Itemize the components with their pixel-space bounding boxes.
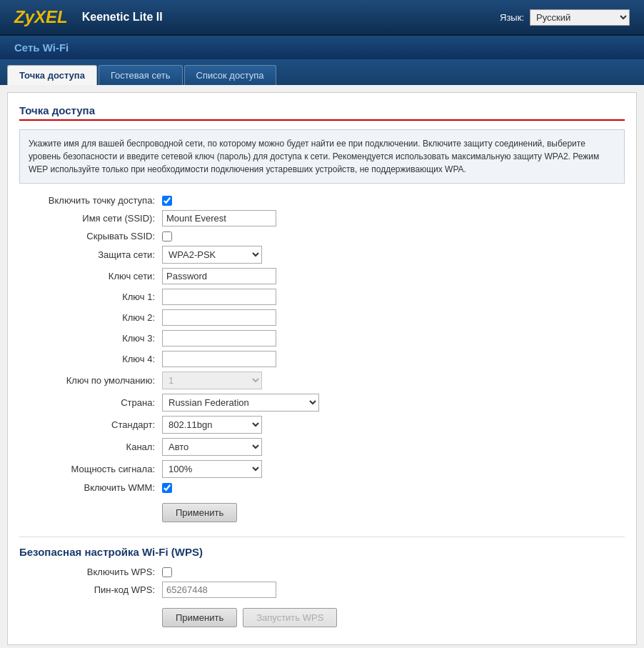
start-wps-button[interactable]: Запустить WPS <box>243 608 337 627</box>
key-row: Ключ сети: <box>19 268 625 284</box>
key-control <box>162 268 276 284</box>
header: ZyXEL Keenetic Lite II Язык: Русский Eng… <box>0 0 644 36</box>
default-key-control: 1 2 3 4 <box>162 372 262 389</box>
enable-wps-checkbox[interactable] <box>162 567 172 577</box>
signal-row: Мощность сигнала: 100% 75% 50% 25% <box>19 460 625 478</box>
key3-label: Ключ 3: <box>19 333 162 344</box>
enable-wps-label: Включить WPS: <box>19 567 162 577</box>
country-select[interactable]: Russian Federation United States Germany <box>162 394 319 412</box>
tab-guest-network[interactable]: Гостевая сеть <box>99 65 183 85</box>
standard-control: 802.11bgn 802.11b 802.11g 802.11n <box>162 416 262 434</box>
signal-label: Мощность сигнала: <box>19 464 162 474</box>
key4-input[interactable] <box>162 351 276 367</box>
header-left: ZyXEL Keenetic Lite II <box>14 7 163 27</box>
ssid-control <box>162 210 276 226</box>
wps-btn-row: Применить Запустить WPS <box>162 602 625 633</box>
apply-button[interactable]: Применить <box>162 503 237 522</box>
ssid-row: Имя сети (SSID): <box>19 210 625 226</box>
key3-row: Ключ 3: <box>19 330 625 347</box>
ssid-label: Имя сети (SSID): <box>19 213 162 224</box>
security-select[interactable]: WPA2-PSK WPA-PSK WEP Нет <box>162 246 262 264</box>
signal-select[interactable]: 100% 75% 50% 25% <box>162 460 262 478</box>
default-key-select[interactable]: 1 2 3 4 <box>162 372 262 389</box>
tabs-bar: Точка доступа Гостевая сеть Список досту… <box>0 59 644 85</box>
key3-input[interactable] <box>162 330 276 347</box>
enable-wps-control <box>162 567 172 577</box>
model-name: Keenetic Lite II <box>82 11 163 24</box>
key-label: Ключ сети: <box>19 271 162 281</box>
default-key-row: Ключ по умолчанию: 1 2 3 4 <box>19 372 625 389</box>
standard-row: Стандарт: 802.11bgn 802.11b 802.11g 802.… <box>19 416 625 434</box>
hide-ssid-control <box>162 231 172 241</box>
security-control: WPA2-PSK WPA-PSK WEP Нет <box>162 246 262 264</box>
key3-control <box>162 330 276 347</box>
enable-wps-row: Включить WPS: <box>19 567 625 577</box>
header-right: Язык: Русский English <box>500 9 630 26</box>
key2-input[interactable] <box>162 309 276 326</box>
wps-apply-button[interactable]: Применить <box>162 608 237 627</box>
standard-label: Стандарт: <box>19 419 162 430</box>
key1-row: Ключ 1: <box>19 289 625 305</box>
hide-ssid-row: Скрывать SSID: <box>19 231 625 241</box>
channel-label: Канал: <box>19 442 162 452</box>
key2-row: Ключ 2: <box>19 309 625 326</box>
wmm-row: Включить WMM: <box>19 482 625 493</box>
key4-row: Ключ 4: <box>19 351 625 367</box>
country-control: Russian Federation United States Germany <box>162 394 319 412</box>
page-title: Сеть Wi-Fi <box>0 36 644 59</box>
wps-section-title: Безопасная настройка Wi-Fi (WPS) <box>19 546 625 558</box>
wps-pin-row: Пин-код WPS: <box>19 582 625 598</box>
hide-ssid-label: Скрывать SSID: <box>19 231 162 241</box>
key-input[interactable] <box>162 268 276 284</box>
country-label: Страна: <box>19 397 162 408</box>
wps-pin-control <box>162 582 276 598</box>
enable-ap-label: Включить точку доступа: <box>19 195 162 206</box>
key4-control <box>162 351 276 367</box>
hide-ssid-checkbox[interactable] <box>162 231 172 241</box>
wmm-checkbox[interactable] <box>162 483 172 493</box>
wps-pin-input[interactable] <box>162 582 276 598</box>
key1-input[interactable] <box>162 289 276 305</box>
tab-access-list[interactable]: Список доступа <box>184 65 276 85</box>
key1-control <box>162 289 276 305</box>
ssid-input[interactable] <box>162 210 276 226</box>
ap-section-title: Точка доступа <box>19 104 625 121</box>
key2-control <box>162 309 276 326</box>
logo: ZyXEL <box>14 7 68 27</box>
signal-control: 100% 75% 50% 25% <box>162 460 262 478</box>
security-label: Защита сети: <box>19 249 162 260</box>
separator <box>19 537 625 537</box>
enable-ap-control <box>162 196 172 206</box>
key4-label: Ключ 4: <box>19 354 162 364</box>
wmm-label: Включить WMM: <box>19 482 162 493</box>
enable-ap-row: Включить точку доступа: <box>19 195 625 206</box>
country-row: Страна: Russian Federation United States… <box>19 394 625 412</box>
channel-control: Авто 123 456 789 1011 <box>162 438 262 456</box>
standard-select[interactable]: 802.11bgn 802.11b 802.11g 802.11n <box>162 416 262 434</box>
language-select[interactable]: Русский English <box>530 9 630 26</box>
wps-pin-label: Пин-код WPS: <box>19 584 162 595</box>
key2-label: Ключ 2: <box>19 312 162 323</box>
wmm-control <box>162 483 172 493</box>
key1-label: Ключ 1: <box>19 291 162 302</box>
enable-ap-checkbox[interactable] <box>162 196 172 206</box>
main-content: Точка доступа Укажите имя для вашей бесп… <box>0 85 644 648</box>
info-box: Укажите имя для вашей беспроводной сети,… <box>19 129 625 184</box>
security-row: Защита сети: WPA2-PSK WPA-PSK WEP Нет <box>19 246 625 264</box>
channel-row: Канал: Авто 123 456 789 1011 <box>19 438 625 456</box>
default-key-label: Ключ по умолчанию: <box>19 375 162 386</box>
tab-access-point[interactable]: Точка доступа <box>7 65 97 85</box>
content-panel: Точка доступа Укажите имя для вашей бесп… <box>7 92 637 645</box>
channel-select[interactable]: Авто 123 456 789 1011 <box>162 438 262 456</box>
lang-label: Язык: <box>500 12 524 23</box>
apply-row: Применить <box>162 497 625 528</box>
